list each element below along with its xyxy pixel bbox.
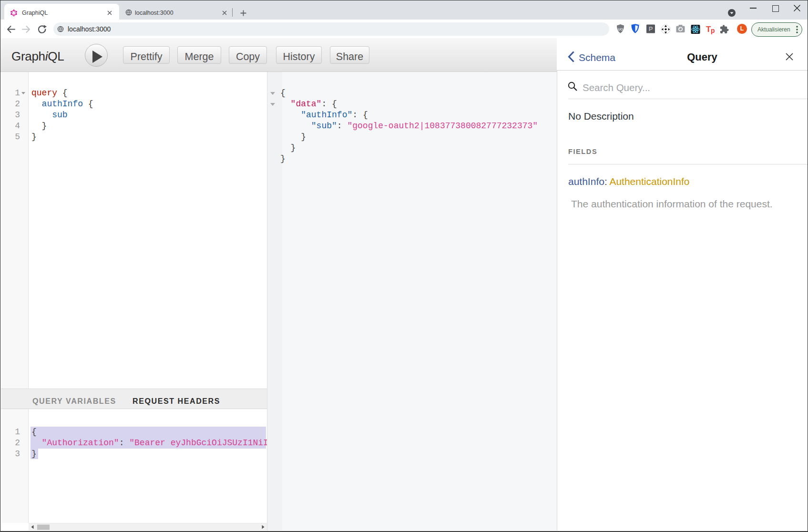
svg-text:P: P	[649, 25, 653, 32]
svg-text:p: p	[711, 27, 715, 34]
svg-text:UO: UO	[618, 27, 623, 31]
